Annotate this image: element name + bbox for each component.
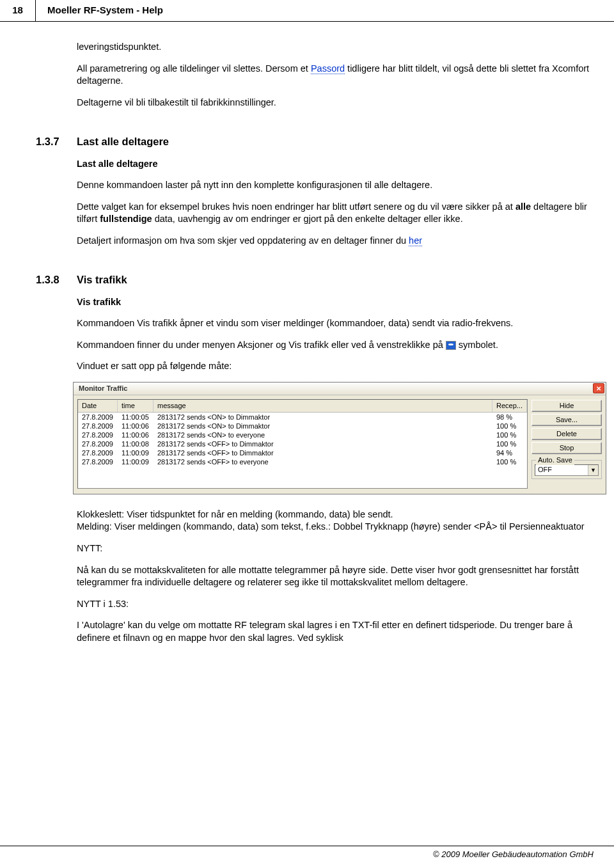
- page-header: 18 Moeller RF-System - Help: [0, 0, 614, 22]
- delete-button[interactable]: Delete: [531, 428, 602, 440]
- section-137-heading: 1.3.7 Last alle deltagere: [36, 134, 594, 148]
- table-row[interactable]: 27.8.200911:00:062813172 sends <ON> to D…: [78, 422, 527, 430]
- traffic-icon: [446, 341, 456, 350]
- s137-p3: Detaljert informasjon om hva som skjer v…: [77, 235, 594, 248]
- intro-p2a: All parametrering og alle tildelinger vi…: [77, 63, 311, 74]
- window-titlebar: Monitor Traffic ✕: [74, 383, 606, 395]
- cell-recep: 100 %: [492, 430, 527, 439]
- cell-recep: 100 %: [492, 422, 527, 430]
- table-row[interactable]: 27.8.200911:00:062813172 sends <ON> to e…: [78, 430, 527, 439]
- page-number: 18: [0, 0, 36, 21]
- cell-time: 11:00:09: [118, 448, 154, 457]
- save-button[interactable]: Save...: [531, 414, 602, 426]
- link-her[interactable]: her: [409, 235, 422, 246]
- cell-date: 27.8.2009: [78, 457, 118, 466]
- section-137-title: Last alle deltagere: [77, 134, 169, 148]
- after-p6: I 'Autolagre' kan du velge om mottatte R…: [77, 619, 594, 644]
- autosave-legend: Auto. Save: [536, 455, 574, 465]
- header-title: Moeller RF-System - Help: [36, 0, 163, 21]
- close-button[interactable]: ✕: [593, 383, 604, 393]
- cell-time: 11:00:09: [118, 457, 154, 466]
- s138-p2b: symbolet.: [456, 340, 498, 350]
- link-passord[interactable]: Passord: [311, 63, 345, 74]
- list-rows: 27.8.200911:00:052813172 sends <ON> to D…: [78, 413, 527, 466]
- cell-date: 27.8.2009: [78, 448, 118, 457]
- autosave-select[interactable]: OFF ▼: [535, 464, 599, 476]
- s137-p2-b1: alle: [516, 201, 531, 212]
- section-137-sub: Last alle deltagere: [77, 158, 594, 171]
- col-time[interactable]: time: [118, 400, 154, 412]
- cell-recep: 100 %: [492, 439, 527, 448]
- intro-p2: All parametrering og alle tildelinger vi…: [77, 63, 594, 88]
- cell-date: 27.8.2009: [78, 439, 118, 448]
- cell-date: 27.8.2009: [78, 413, 118, 422]
- cell-msg: 2813172 sends <OFF> to Dimmaktor: [154, 448, 492, 457]
- window-body: Date time message Recep... 27.8.200911:0…: [74, 395, 606, 494]
- monitor-traffic-window: Monitor Traffic ✕ Date time message Rece…: [73, 382, 606, 494]
- side-panel: Hide Save... Delete Stop Auto. Save OFF …: [531, 399, 602, 489]
- table-row[interactable]: 27.8.200911:00:092813172 sends <OFF> to …: [78, 448, 527, 457]
- stop-button[interactable]: Stop: [531, 442, 602, 454]
- after-p1: Klokkeslett: Viser tidspunktet for når e…: [77, 509, 594, 521]
- cell-msg: 2813172 sends <ON> to Dimmaktor: [154, 422, 492, 430]
- cell-recep: 98 %: [492, 413, 527, 422]
- s137-p2c: data, uavhengig av om endringer er gjort…: [152, 214, 463, 224]
- col-date[interactable]: Date: [78, 400, 118, 412]
- section-138-sub: Vis trafikk: [77, 296, 594, 309]
- cell-date: 27.8.2009: [78, 430, 118, 439]
- cell-msg: 2813172 sends <OFF> to everyone: [154, 457, 492, 466]
- cell-recep: 94 %: [492, 448, 527, 457]
- table-row[interactable]: 27.8.200911:00:082813172 sends <OFF> to …: [78, 439, 527, 448]
- hide-button[interactable]: Hide: [531, 400, 602, 412]
- page-content: leveringstidspunktet. All parametrering …: [0, 22, 614, 644]
- cell-msg: 2813172 sends <ON> to Dimmaktor: [154, 413, 492, 422]
- s138-p2a: Kommandoen finner du under menyen Aksjon…: [77, 340, 446, 350]
- table-row[interactable]: 27.8.200911:00:092813172 sends <OFF> to …: [78, 457, 527, 466]
- s137-p3a: Detaljert informasjon om hva som skjer v…: [77, 235, 409, 246]
- chevron-down-icon: ▼: [588, 465, 598, 475]
- autosave-group: Auto. Save OFF ▼: [531, 460, 602, 479]
- after-p4: Nå kan du se mottakskvaliteten for alle …: [77, 564, 594, 589]
- list-header: Date time message Recep...: [78, 400, 527, 413]
- section-138-num: 1.3.8: [36, 272, 77, 287]
- window-title: Monitor Traffic: [79, 384, 593, 393]
- s138-p1: Kommandoen Vis trafikk åpner et vindu so…: [77, 317, 594, 330]
- close-icon: ✕: [596, 384, 601, 393]
- cell-time: 11:00:08: [118, 439, 154, 448]
- after-p2: Melding: Viser meldingen (kommando, data…: [77, 521, 594, 533]
- cell-date: 27.8.2009: [78, 422, 118, 430]
- cell-time: 11:00:06: [118, 430, 154, 439]
- s137-p2-b2: fullstendige: [100, 214, 152, 224]
- table-row[interactable]: 27.8.200911:00:052813172 sends <ON> to D…: [78, 413, 527, 422]
- intro-p1: leveringstidspunktet.: [77, 41, 594, 54]
- section-138-heading: 1.3.8 Vis trafikk: [36, 272, 594, 287]
- s137-p1: Denne kommandoen laster på nytt inn den …: [77, 179, 594, 192]
- s137-p2: Dette valget kan for eksempel brukes hvi…: [77, 201, 594, 226]
- intro-p3: Deltagerne vil bli tilbakestilt til fabr…: [77, 97, 594, 109]
- after-p5: NYTT i 1.53:: [77, 598, 594, 611]
- cell-msg: 2813172 sends <OFF> to Dimmaktor: [154, 439, 492, 448]
- page-footer: © 2009 Moeller Gebäudeautomation GmbH: [0, 846, 614, 860]
- cell-recep: 100 %: [492, 457, 527, 466]
- col-recep[interactable]: Recep...: [492, 400, 527, 412]
- s137-p2a: Dette valget kan for eksempel brukes hvi…: [77, 201, 516, 212]
- cell-time: 11:00:05: [118, 413, 154, 422]
- section-138-title: Vis trafikk: [77, 272, 127, 287]
- section-137-num: 1.3.7: [36, 134, 77, 148]
- cell-time: 11:00:06: [118, 422, 154, 430]
- autosave-value: OFF: [538, 465, 552, 475]
- after-p3: NYTT:: [77, 542, 594, 555]
- cell-msg: 2813172 sends <ON> to everyone: [154, 430, 492, 439]
- s138-p3: Vinduet er satt opp på følgende måte:: [77, 360, 594, 373]
- col-message[interactable]: message: [154, 400, 492, 412]
- traffic-list: Date time message Recep... 27.8.200911:0…: [77, 399, 528, 489]
- s138-p2: Kommandoen finner du under menyen Aksjon…: [77, 339, 594, 352]
